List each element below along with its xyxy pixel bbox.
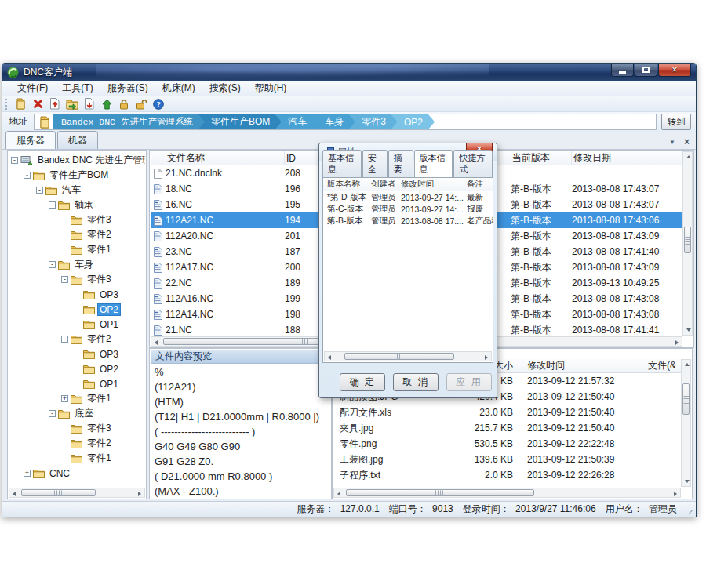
column-file[interactable]: 文件(& — [648, 359, 681, 372]
dialog-tab-version[interactable]: 版本信息 — [414, 150, 453, 178]
tree-item-label: 零件2 — [85, 227, 114, 242]
breadcrumb-item-1[interactable]: 零件生产BOM — [198, 114, 282, 130]
preview-line: (112A21) — [155, 381, 330, 396]
version-row[interactable]: 第-B-版本管理员2013-08-08 17:...老产品程序 — [323, 215, 493, 227]
check-out-file-button[interactable] — [81, 97, 98, 111]
collapse-icon[interactable]: - — [36, 187, 43, 194]
file-version: 第-B-版本 — [511, 292, 572, 306]
tree-item-汽车[interactable]: -汽车 — [9, 183, 145, 198]
help-button[interactable]: ? — [150, 97, 167, 111]
tree-item-label: OP1 — [97, 318, 121, 331]
column-creator[interactable]: 创建者 — [371, 179, 401, 190]
dock-close-icon[interactable]: × — [684, 136, 690, 147]
folder-icon — [58, 201, 70, 210]
column-version-name[interactable]: 版本名称 — [327, 179, 371, 190]
close-button[interactable]: × — [658, 64, 691, 77]
attachment-row[interactable]: 零件.png530.5 KB2013-09-12 22:22:48 — [333, 436, 681, 452]
lock-button[interactable] — [115, 97, 133, 111]
tree-item-零件1[interactable]: +零件1 — [9, 391, 145, 406]
column-modified-date[interactable]: 修改日期 — [572, 151, 682, 165]
file-preview-panel: 文件内容预览 %(112A21)(HTM)(T12| H1 | D21.0000… — [149, 348, 332, 499]
tree-item-Bandex DNC 先进生产管理系统[interactable]: -Bandex DNC 先进生产管理系统 — [9, 153, 145, 168]
expand-icon[interactable]: + — [24, 470, 31, 477]
cancel-button[interactable]: 取 消 — [393, 373, 439, 391]
send-folder-button[interactable] — [64, 97, 81, 111]
version-row[interactable]: *第-D-版本管理员2013-09-27 14:...最新 — [323, 191, 493, 203]
attachments-vscrollbar[interactable] — [681, 359, 691, 487]
menu-help[interactable]: 帮助(H) — [248, 80, 294, 96]
tree-item-车身[interactable]: -车身 — [9, 257, 145, 272]
column-file-name[interactable]: 文件名称 — [166, 151, 285, 165]
expand-icon[interactable]: + — [61, 395, 68, 402]
attachment-row[interactable]: 工装图.jpg139.6 KB2013-09-12 21:50:39 — [333, 452, 681, 467]
tree-item-OP3[interactable]: OP3 — [9, 287, 145, 302]
collapse-icon[interactable]: - — [61, 336, 68, 343]
column-modified-time[interactable]: 修改时间 — [527, 359, 648, 372]
tree-item-底座[interactable]: -底座 — [9, 406, 145, 421]
tree-item-label: 零件3 — [85, 272, 114, 287]
delete-button[interactable] — [29, 97, 46, 111]
tree-item-零件3[interactable]: -零件3 — [9, 272, 145, 287]
menu-search[interactable]: 搜索(S) — [202, 80, 248, 96]
attachment-row[interactable]: 子程序.txt2.0 KB2013-09-12 22:26:28 — [333, 467, 681, 483]
tree-item-轴承[interactable]: -轴承 — [9, 198, 145, 212]
menu-machine[interactable]: 机床(M) — [155, 80, 202, 96]
resize-grip-icon[interactable] — [685, 506, 693, 514]
tree-item-label: OP3 — [97, 348, 121, 361]
menu-server[interactable]: 服务器(S) — [100, 80, 155, 96]
tree-item-label: 零件生产BOM — [47, 168, 111, 183]
collapse-icon[interactable]: - — [61, 276, 68, 283]
breadcrumb-item-4[interactable]: 零件3 — [348, 114, 398, 130]
tree-item-零件2[interactable]: 零件2 — [9, 436, 145, 451]
collapse-icon[interactable]: - — [49, 261, 56, 268]
menu-file[interactable]: 文件(F) — [10, 80, 55, 96]
collapse-icon[interactable]: - — [24, 172, 31, 179]
dialog-tab-security[interactable]: 安全 — [362, 150, 388, 177]
file-nc-icon — [154, 247, 162, 257]
dialog-tab-summary[interactable]: 摘要 — [388, 150, 413, 177]
tree-item-OP2[interactable]: OP2 — [9, 361, 145, 376]
dialog-tab-basic[interactable]: 基本信息 — [322, 150, 362, 177]
column-current-version[interactable]: 当前版本 — [511, 151, 572, 165]
version-row[interactable]: 第-C-版本管理员2013-09-27 14:...报废 — [323, 203, 493, 215]
tree-item-零件3[interactable]: 零件3 — [9, 421, 145, 436]
tree-item-零件3[interactable]: 零件3 — [9, 212, 145, 227]
tree-item-零件1[interactable]: 零件1 — [9, 242, 145, 257]
upload-button[interactable] — [98, 97, 115, 111]
attachment-row[interactable]: 配刀文件.xls23.0 KB2013-09-12 21:50:40 — [333, 405, 681, 420]
tree-item-OP1[interactable]: OP1 — [9, 376, 145, 391]
menu-tools[interactable]: 工具(T) — [55, 80, 100, 96]
attachment-row[interactable]: 夹具.jpg215.7 KB2013-09-12 21:50:40 — [333, 420, 681, 436]
collapse-icon[interactable]: - — [49, 201, 56, 209]
tab-machine[interactable]: 机器 — [57, 131, 98, 149]
tree-item-零件1[interactable]: 零件1 — [9, 451, 145, 466]
tree-item-零件2[interactable]: 零件2 — [9, 227, 145, 242]
collapse-icon[interactable]: - — [11, 157, 18, 164]
ok-button[interactable]: 确 定 — [340, 373, 385, 391]
tree-item-OP1[interactable]: OP1 — [9, 317, 145, 332]
file-list-vscrollbar[interactable] — [682, 151, 693, 336]
new-folder-button[interactable] — [12, 97, 29, 111]
tree-item-OP3[interactable]: OP3 — [9, 347, 145, 361]
tree-hscrollbar[interactable] — [9, 488, 145, 498]
minimize-button[interactable] — [611, 64, 634, 77]
tree-item-CNC[interactable]: +CNC — [9, 466, 145, 481]
column-version-time[interactable]: 修改时间 — [401, 179, 467, 190]
unlock-button[interactable] — [133, 97, 150, 111]
tree-item-零件生产BOM[interactable]: -零件生产BOM — [9, 168, 145, 183]
breadcrumb-item-0[interactable]: Bandex DNC 先进生产管理系统 — [53, 114, 205, 130]
tree-item-OP2[interactable]: OP2 — [9, 302, 145, 317]
attachments-hscrollbar[interactable] — [333, 488, 681, 498]
dialog-tab-shortcut[interactable]: 快捷方式 — [453, 150, 493, 177]
tree-item-零件2[interactable]: -零件2 — [9, 332, 145, 347]
toolbar-grip[interactable] — [5, 99, 9, 110]
go-button[interactable]: 转到 — [661, 114, 691, 130]
dock-menu-icon[interactable]: ▼ — [669, 139, 675, 146]
dialog-hscrollbar[interactable] — [324, 351, 492, 361]
check-in-file-button[interactable] — [46, 97, 64, 111]
tab-server[interactable]: 服务器 — [5, 131, 56, 149]
collapse-icon[interactable]: - — [49, 410, 56, 417]
address-field[interactable]: Bandex DNC 先进生产管理系统零件生产BOM汽车车身零件3OP2 — [34, 114, 657, 130]
column-note[interactable]: 备注 — [467, 179, 493, 190]
maximize-button[interactable] — [635, 64, 657, 77]
